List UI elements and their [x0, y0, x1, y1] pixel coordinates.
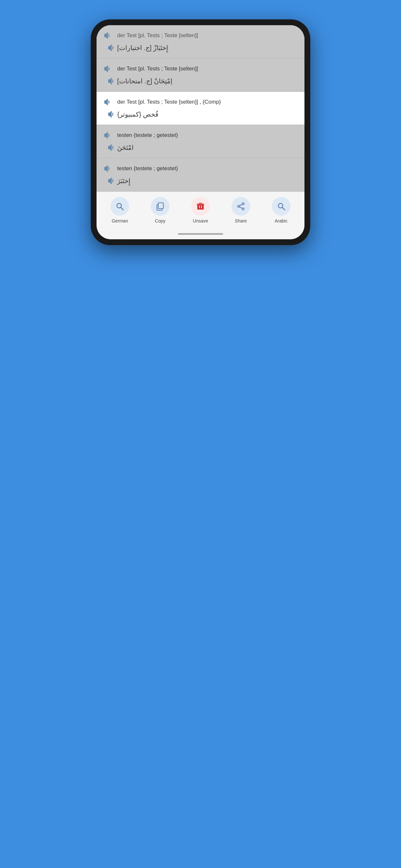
speaker-icon-1[interactable]	[103, 30, 113, 41]
german-word-4: testen {testete ; getestet}	[117, 132, 178, 138]
speaker-icon-5[interactable]	[103, 163, 113, 174]
unsave-label: Unsave	[193, 218, 208, 223]
entry-german-4: testen {testete ; getestet}	[103, 130, 298, 141]
speaker-icon-arabic-2[interactable]	[107, 76, 117, 86]
action-copy[interactable]: Copy	[140, 197, 181, 223]
german-word-5: testen {testete ; getestet}	[117, 165, 178, 172]
share-label: Share	[235, 218, 247, 223]
dict-entry-4: testen {testete ; getestet} امْتَحَنَ	[96, 125, 305, 158]
svg-line-1	[121, 207, 123, 210]
unsave-icon-circle	[191, 197, 210, 216]
svg-point-7	[242, 208, 244, 210]
phone-screen: der Test [pl. Tests ; Teste [selten]] إِ…	[96, 25, 305, 239]
svg-rect-4	[197, 204, 204, 210]
german-word-3: der Test [pl. Tests ; Teste [selten]] , …	[117, 99, 221, 105]
action-unsave[interactable]: Unsave	[181, 197, 221, 223]
speaker-icon-4[interactable]	[103, 130, 113, 141]
dict-entry-1: der Test [pl. Tests ; Teste [selten]] إِ…	[96, 25, 305, 58]
dict-entry-2: der Test [pl. Tests ; Teste [selten]] اِ…	[96, 58, 305, 92]
german-word-1: der Test [pl. Tests ; Teste [selten]]	[117, 32, 198, 39]
action-share[interactable]: Share	[220, 197, 261, 223]
speaker-icon-3[interactable]	[103, 97, 113, 107]
dictionary-list: der Test [pl. Tests ; Teste [selten]] إِ…	[96, 25, 305, 191]
arabic-label: Arabic	[275, 218, 288, 223]
svg-rect-3	[158, 203, 163, 209]
dict-entry-5: testen {testete ; getestet} إِختَبَرَ	[96, 158, 305, 191]
speaker-icon-2[interactable]	[103, 64, 113, 74]
home-bar	[178, 233, 223, 235]
entry-german-2: der Test [pl. Tests ; Teste [selten]]	[103, 64, 298, 74]
speaker-icon-arabic-1[interactable]	[107, 42, 117, 53]
arabic-word-2: اِمْتِحَانْ [ج. امتحانات]	[117, 77, 173, 85]
arabic-word-5: إِختَبَرَ	[117, 177, 130, 185]
entry-german-3: der Test [pl. Tests ; Teste [selten]] , …	[103, 97, 298, 107]
german-word-2: der Test [pl. Tests ; Teste [selten]]	[117, 66, 198, 72]
svg-line-12	[282, 207, 285, 210]
screen-content: der Test [pl. Tests ; Teste [selten]] إِ…	[96, 25, 305, 239]
entry-german-5: testen {testete ; getestet}	[103, 163, 298, 174]
entry-arabic-1: إِختَبَازْ [ج. اختبارات]	[103, 42, 298, 53]
svg-line-9	[239, 205, 242, 206]
action-arabic[interactable]: Arabic	[261, 197, 301, 223]
entry-arabic-3: فُخص {كمبيوتر}	[103, 109, 298, 120]
action-german[interactable]: German	[100, 197, 140, 223]
action-bar: German Copy	[96, 191, 305, 230]
phone-frame: der Test [pl. Tests ; Teste [selten]] إِ…	[91, 20, 310, 245]
arabic-word-4: امْتَحَنَ	[117, 144, 134, 151]
entry-arabic-4: امْتَحَنَ	[103, 143, 298, 153]
dict-entry-3: der Test [pl. Tests ; Teste [selten]] , …	[96, 92, 305, 125]
copy-icon-circle	[151, 197, 169, 216]
german-icon-circle	[111, 197, 129, 216]
entry-arabic-2: اِمْتِحَانْ [ج. امتحانات]	[103, 76, 298, 86]
copy-label: Copy	[155, 218, 166, 223]
home-indicator	[96, 230, 305, 239]
arabic-word-3: فُخص {كمبيوتر}	[117, 111, 158, 118]
arabic-icon-circle	[272, 197, 290, 216]
share-icon-circle	[232, 197, 250, 216]
svg-line-10	[239, 207, 242, 209]
speaker-icon-arabic-3[interactable]	[107, 109, 117, 120]
arabic-word-1: إِختَبَازْ [ج. اختبارات]	[117, 44, 168, 52]
svg-point-8	[238, 206, 240, 207]
entry-arabic-5: إِختَبَرَ	[103, 176, 298, 186]
svg-point-6	[242, 203, 244, 205]
speaker-icon-arabic-4[interactable]	[107, 143, 117, 153]
german-label: German	[112, 218, 128, 223]
entry-german-1: der Test [pl. Tests ; Teste [selten]]	[103, 30, 298, 41]
speaker-icon-arabic-5[interactable]	[107, 176, 117, 186]
